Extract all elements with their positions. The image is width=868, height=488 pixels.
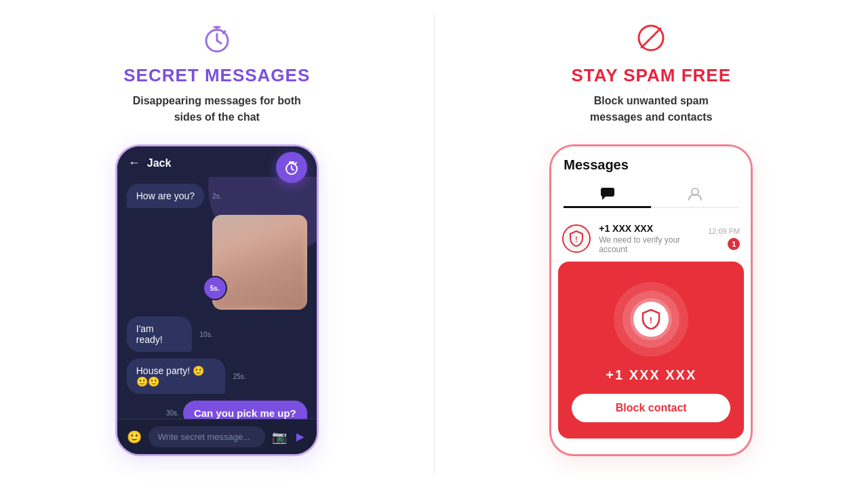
svg-line-4 [642, 28, 660, 47]
tab-contacts[interactable] [651, 181, 738, 207]
blurred-image [212, 215, 307, 310]
msg-time: 30s. [166, 409, 179, 417]
timer-button[interactable] [276, 152, 307, 183]
left-phone-mockup: ← Jack How are you? 2s. [115, 144, 319, 456]
contact-number: +1 XXX XXX [599, 223, 700, 234]
right-phone-mockup: Messages [549, 144, 753, 456]
emoji-icon[interactable]: 🙂 [127, 430, 142, 445]
svg-rect-5 [601, 188, 614, 197]
tab-chat[interactable] [564, 181, 651, 208]
chat-contact-name: Jack [147, 157, 172, 169]
spam-panel: ! +1 XXX XXX Block contact [558, 262, 744, 439]
left-panel: SECRET MESSAGES Disappearing messages fo… [0, 0, 434, 488]
shield-rings-container: ! [614, 282, 688, 357]
timer-icon [199, 20, 235, 56]
left-feature-title: SECRET MESSAGES [123, 65, 310, 86]
msg-text: House party! 🙂🙂🙂 [127, 359, 225, 394]
back-arrow-icon: ← [128, 156, 140, 170]
image-timer-badge: 5s. [203, 276, 227, 300]
contact-info: +1 XXX XXX We need to verify your accoun… [599, 223, 700, 254]
send-icon[interactable]: ► [294, 429, 307, 445]
svg-text:!: ! [576, 236, 578, 243]
msg-meta: 12:09 PM 1 [708, 227, 740, 250]
msg-preview: We need to verify your account [599, 235, 700, 254]
right-panel: STAY SPAM FREE Block unwanted spam messa… [435, 0, 869, 488]
right-phone-header: Messages [551, 146, 751, 216]
msg-text: How are you? [127, 184, 204, 208]
shield-avatar: ! [562, 224, 591, 253]
messages-title: Messages [564, 157, 738, 173]
phone-header: ← Jack [117, 146, 317, 177]
msg-text: I'am ready! [127, 317, 192, 352]
message-input[interactable]: Write secret message... [149, 426, 265, 447]
right-feature-title: STAY SPAM FREE [571, 65, 731, 86]
unread-badge: 1 [728, 238, 740, 250]
spam-phone-number: +1 XXX XXX [606, 367, 696, 383]
svg-marker-6 [602, 197, 606, 200]
message-image: 5s. [212, 215, 307, 310]
message-sent-2: House party! 🙂🙂🙂 25s. [127, 359, 258, 394]
right-feature-desc: Block unwanted spam messages and contact… [590, 93, 713, 125]
tabs-row [564, 181, 738, 208]
msg-time: 10s. [200, 331, 213, 338]
shield-big-icon: ! [633, 302, 669, 337]
no-entry-icon [633, 20, 669, 56]
message-sent-1: I'am ready! 10s. [127, 317, 214, 352]
contact-time: 12:09 PM [708, 227, 740, 235]
camera-icon[interactable]: 📷 [272, 430, 287, 445]
msg-time: 25s. [233, 373, 246, 380]
left-feature-desc: Disappearing messages for both sides of … [133, 93, 301, 125]
svg-text:!: ! [650, 315, 652, 325]
chat-area: How are you? 2s. 5s. I'am ready! 10s. Ho… [117, 177, 317, 432]
block-contact-button[interactable]: Block contact [572, 394, 730, 422]
chat-input-bar: 🙂 Write secret message... 📷 ► [117, 419, 317, 454]
message-list-item[interactable]: ! +1 XXX XXX We need to verify your acco… [551, 216, 751, 262]
